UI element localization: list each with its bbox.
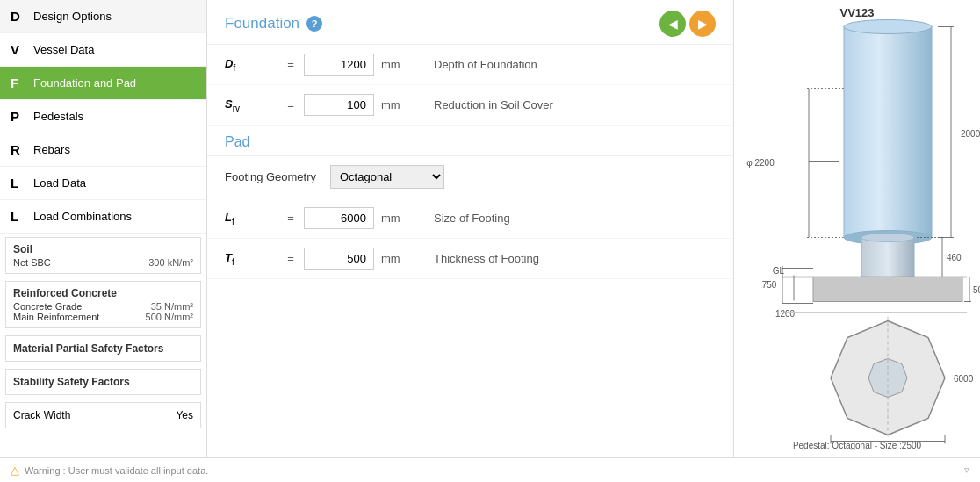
sidebar: D Design Options V Vessel Data F Foundat… bbox=[0, 0, 207, 457]
soil-section: Soil Net SBC 300 kN/m² bbox=[5, 237, 201, 274]
dim-460: 460 bbox=[947, 253, 962, 263]
tf-label: Tf bbox=[225, 251, 277, 267]
sidebar-letter: R bbox=[11, 142, 25, 157]
tf-eq: = bbox=[277, 252, 304, 265]
pad-section-title: Pad bbox=[207, 126, 733, 156]
panel-title-text: Foundation bbox=[225, 15, 299, 32]
svg-point-11 bbox=[861, 234, 914, 242]
panel-title: Foundation ? bbox=[225, 15, 322, 32]
footing-geo-row: Footing Geometry Octagonal Rectangular C… bbox=[207, 156, 733, 198]
soil-sbc-row: Net SBC 300 kN/m² bbox=[13, 257, 193, 268]
reinforced-section: Reinforced Concrete Concrete Grade 35 N/… bbox=[5, 281, 201, 328]
sidebar-item-label: Design Options bbox=[33, 10, 112, 23]
sidebar-item-label: Pedestals bbox=[33, 110, 83, 123]
right-panel: VV123 bbox=[734, 0, 980, 457]
lf-row: Lf = mm Size of Footing bbox=[207, 198, 733, 239]
tf-input[interactable] bbox=[304, 248, 374, 270]
rebar-value: 500 N/mm² bbox=[146, 312, 193, 322]
diagram-title: VV123 bbox=[839, 6, 874, 19]
dim-1200: 1200 bbox=[775, 309, 796, 319]
sidebar-item-pedestals[interactable]: P Pedestals bbox=[0, 100, 206, 133]
sidebar-item-design[interactable]: D Design Options bbox=[0, 0, 206, 33]
soil-sbc-value: 300 kN/m² bbox=[148, 257, 193, 268]
sidebar-item-load-combinations[interactable]: L Load Combinations bbox=[0, 200, 206, 234]
crack-value: Yes bbox=[176, 409, 193, 421]
concrete-value: 35 N/mm² bbox=[151, 301, 193, 312]
lf-unit: mm bbox=[381, 212, 416, 225]
dim-20000: 20000 bbox=[961, 129, 980, 139]
df-label: Df bbox=[225, 57, 277, 73]
diagram-area: VV123 bbox=[734, 0, 980, 457]
sidebar-item-vessel[interactable]: V Vessel Data bbox=[0, 33, 206, 67]
df-eq: = bbox=[277, 58, 304, 71]
crack-label: Crack Width bbox=[13, 409, 70, 421]
sidebar-item-label: Load Data bbox=[33, 176, 86, 190]
footing-geo-select[interactable]: Octagonal Rectangular Circular bbox=[330, 165, 444, 189]
srv-eq: = bbox=[277, 98, 304, 112]
warning-text: Warning : User must validate all input d… bbox=[25, 465, 208, 476]
tf-row: Tf = mm Thickness of Footing bbox=[207, 239, 733, 279]
df-input[interactable] bbox=[304, 54, 374, 76]
tf-desc: Thickness of Footing bbox=[434, 252, 539, 265]
sidebar-letter: D bbox=[11, 9, 25, 24]
nav-arrows: ◀ ▶ bbox=[659, 11, 716, 37]
df-unit: mm bbox=[381, 58, 416, 71]
svg-rect-10 bbox=[861, 238, 914, 277]
sidebar-item-label: Load Combinations bbox=[33, 210, 132, 223]
lf-eq: = bbox=[277, 212, 304, 225]
svg-rect-4 bbox=[844, 27, 932, 238]
sidebar-item-foundation[interactable]: F Foundation and Pad bbox=[0, 67, 206, 100]
sidebar-letter: L bbox=[11, 176, 25, 191]
sidebar-item-load-data[interactable]: L Load Data bbox=[0, 167, 206, 200]
crack-width-row: Crack Width Yes bbox=[5, 402, 201, 428]
dim-500: 500 bbox=[973, 285, 980, 295]
expand-icon[interactable]: ▿ bbox=[964, 464, 969, 476]
sidebar-item-label: Rebars bbox=[33, 143, 70, 156]
nav-right-button[interactable]: ▶ bbox=[689, 11, 716, 37]
soil-sbc-label: Net SBC bbox=[13, 257, 51, 268]
bottom-bar: △ Warning : User must validate all input… bbox=[0, 457, 980, 482]
dim-750: 750 bbox=[762, 280, 777, 290]
concrete-label: Concrete Grade bbox=[13, 301, 82, 312]
svg-point-5 bbox=[844, 20, 932, 34]
rebar-row: Main Reinforcement 500 N/mm² bbox=[13, 312, 193, 322]
nav-left-button[interactable]: ◀ bbox=[659, 11, 686, 37]
engineering-diagram: VV123 bbox=[734, 0, 980, 457]
lf-input[interactable] bbox=[304, 207, 374, 229]
center-panel: Foundation ? ◀ ▶ Df = mm Depth of Founda… bbox=[207, 0, 734, 457]
sidebar-letter: P bbox=[11, 109, 25, 124]
srv-unit: mm bbox=[381, 98, 416, 112]
octagonal-plan: 6000 bbox=[826, 317, 974, 444]
footing-geo-label: Footing Geometry bbox=[225, 170, 330, 183]
srv-label: Srv bbox=[225, 97, 277, 113]
soil-title: Soil bbox=[13, 243, 193, 255]
sidebar-letter: V bbox=[11, 42, 25, 57]
svg-rect-16 bbox=[813, 277, 962, 302]
reinforced-title: Reinforced Concrete bbox=[13, 287, 193, 299]
sidebar-letter: L bbox=[11, 209, 25, 224]
material-safety-button[interactable]: Material Partial Safety Factors bbox=[5, 335, 201, 362]
sidebar-item-label: Vessel Data bbox=[33, 43, 94, 56]
srv-row: Srv = mm Reduction in Soil Cover bbox=[207, 85, 733, 126]
df-desc: Depth of Foundation bbox=[434, 58, 537, 71]
panel-header: Foundation ? ◀ ▶ bbox=[207, 0, 733, 45]
dim-6000: 6000 bbox=[954, 374, 974, 384]
warning-icon: △ bbox=[11, 464, 19, 477]
dim-phi2200: φ 2200 bbox=[746, 158, 775, 168]
tf-unit: mm bbox=[381, 252, 416, 265]
sidebar-letter: F bbox=[11, 76, 25, 90]
sidebar-item-rebars[interactable]: R Rebars bbox=[0, 133, 206, 167]
stability-safety-button[interactable]: Stability Safety Factors bbox=[5, 369, 201, 395]
lf-label: Lf bbox=[225, 211, 277, 227]
df-row: Df = mm Depth of Foundation bbox=[207, 45, 733, 85]
lf-desc: Size of Footing bbox=[434, 212, 510, 225]
help-icon[interactable]: ? bbox=[306, 16, 322, 32]
concrete-row: Concrete Grade 35 N/mm² bbox=[13, 301, 193, 312]
diagram-caption: Pedestal: Octagonal - Size :2500 bbox=[793, 441, 922, 450]
sidebar-item-label: Foundation and Pad bbox=[33, 76, 136, 90]
srv-input[interactable] bbox=[304, 94, 374, 116]
srv-desc: Reduction in Soil Cover bbox=[434, 98, 553, 112]
rebar-label: Main Reinforcement bbox=[13, 312, 99, 322]
